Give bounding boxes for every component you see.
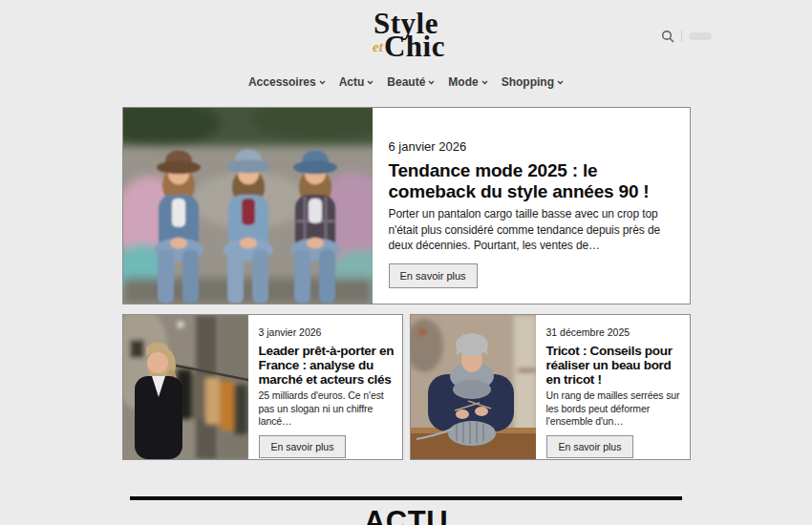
header-toggle-pill[interactable] [689,32,712,40]
site-header: Style etChic Accessoires Actu Beauté Mod… [0,0,812,91]
section-title: ACTU [122,505,691,525]
chevron-down-icon [428,80,435,85]
main-nav: Accessoires Actu Beauté Mode Shopping [0,74,812,91]
article-date: 31 décembre 2025 [546,326,682,338]
main-content: 6 janvier 2026 Tendance mode 2025 : le c… [122,107,691,525]
article-card: 31 décembre 2025 Tricot : Conseils pour … [410,314,691,460]
section-divider [130,496,682,500]
article-excerpt: Porter un pantalon cargo taille basse av… [389,206,676,253]
article-title: Tendance mode 2025 : le comeback du styl… [389,160,676,201]
nav-item-shopping[interactable]: Shopping [502,74,564,91]
article-excerpt: 25 milliards d'euros. Ce n'est pas un sl… [259,389,395,428]
article-date: 3 janvier 2026 [259,326,395,338]
chevron-down-icon [367,80,374,85]
nav-item-mode[interactable]: Mode [448,74,487,91]
article-date: 6 janvier 2026 [389,139,676,154]
logo-chic-text: Chic [384,30,445,63]
read-more-button[interactable]: En savoir plus [546,435,634,458]
article-image[interactable] [411,315,536,459]
article-title: Tricot : Conseils pour réaliser un beau … [546,344,682,387]
featured-article-card: 6 janvier 2026 Tendance mode 2025 : le c… [122,107,691,304]
nav-item-beaute[interactable]: Beauté [387,74,435,91]
chevron-down-icon [319,80,326,85]
chevron-down-icon [481,80,488,85]
nav-item-actu[interactable]: Actu [339,74,374,91]
nav-item-label: Actu [339,75,365,89]
article-card-row: 3 janvier 2026 Leader prêt-à-porter en F… [122,314,691,460]
actu-section-head: ACTU [122,496,691,525]
header-utilities [661,30,712,43]
search-icon[interactable] [661,30,674,43]
nav-item-accessoires[interactable]: Accessoires [248,74,326,91]
nav-item-label: Shopping [502,75,554,89]
nav-item-label: Accessoires [248,75,316,89]
article-card: 3 janvier 2026 Leader prêt-à-porter en F… [122,314,403,460]
nav-item-label: Mode [448,75,478,89]
article-excerpt: Un rang de mailles serrées sur les bords… [546,389,682,428]
article-title: Leader prêt-à-porter en France : analyse… [259,344,395,387]
header-divider [681,31,682,42]
read-more-button[interactable]: En savoir plus [259,435,347,458]
nav-item-label: Beauté [387,75,425,89]
article-body: 31 décembre 2025 Tricot : Conseils pour … [536,315,690,459]
chevron-down-icon [557,80,564,85]
site-logo[interactable]: Style etChic [367,9,445,61]
featured-article-body: 6 janvier 2026 Tendance mode 2025 : le c… [373,108,690,304]
read-more-button[interactable]: En savoir plus [389,263,478,288]
logo-et-text: et [373,39,383,54]
article-body: 3 janvier 2026 Leader prêt-à-porter en F… [248,315,402,459]
featured-article-image[interactable] [123,108,373,304]
article-image[interactable] [123,315,248,459]
